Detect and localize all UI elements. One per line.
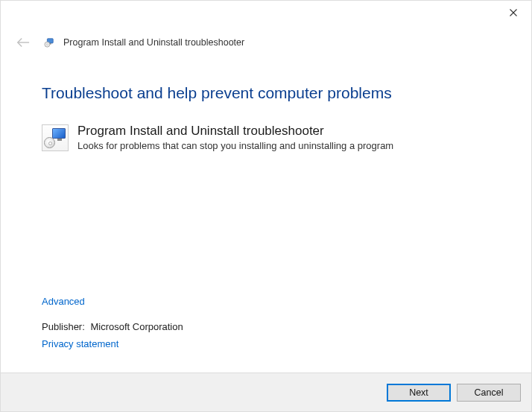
main-heading: Troubleshoot and help prevent computer p…: [42, 84, 490, 102]
program-text: Program Install and Uninstall troublesho…: [77, 123, 393, 151]
next-button[interactable]: Next: [387, 384, 451, 402]
arrow-left-icon: [16, 37, 30, 48]
publisher-label: Publisher:: [42, 321, 85, 332]
program-title: Program Install and Uninstall troublesho…: [77, 123, 393, 139]
header-row: Program Install and Uninstall troublesho…: [1, 28, 531, 56]
header-title: Program Install and Uninstall troublesho…: [63, 37, 244, 48]
program-description: Looks for problems that can stop you ins…: [77, 140, 393, 151]
lower-block: Advanced Publisher: Microsoft Corporatio…: [42, 294, 183, 350]
publisher-row: Publisher: Microsoft Corporation: [42, 321, 183, 332]
footer: Next Cancel: [1, 373, 531, 411]
advanced-link[interactable]: Advanced: [42, 296, 85, 307]
titlebar: [1, 1, 531, 28]
back-button[interactable]: [14, 34, 32, 51]
troubleshooter-program-icon: [42, 124, 69, 151]
program-row: Program Install and Uninstall troublesho…: [42, 123, 490, 151]
svg-point-6: [47, 44, 48, 45]
privacy-statement-link[interactable]: Privacy statement: [42, 338, 118, 349]
close-button[interactable]: [498, 2, 528, 23]
close-icon: [510, 9, 517, 16]
troubleshooter-header-icon: [42, 36, 56, 49]
publisher-value: Microsoft Corporation: [90, 321, 183, 332]
content-area: Troubleshoot and help prevent computer p…: [1, 56, 531, 151]
cancel-button[interactable]: Cancel: [457, 384, 521, 402]
